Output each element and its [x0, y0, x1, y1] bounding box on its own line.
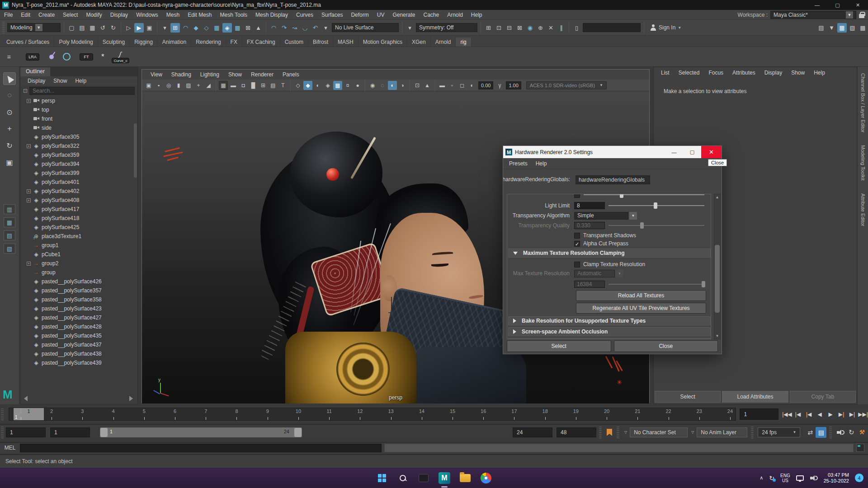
go-to-start-button[interactable]: |◀◀: [782, 409, 792, 420]
drag-handle[interactable]: [1, 408, 4, 420]
file-explorer-icon[interactable]: [458, 471, 472, 485]
outliner-item-pasted__polySurface427[interactable]: ◈pasted__polySurface427: [20, 313, 137, 322]
outliner-scroll-left-icon[interactable]: [24, 396, 28, 401]
dialog-titlebar[interactable]: M Hardware Renderer 2.0 Settings — ▢ ✕: [503, 146, 722, 158]
outliner-item-polySurface408[interactable]: +◈polySurface408: [20, 196, 137, 205]
menu-modify[interactable]: Modify: [82, 10, 106, 20]
outliner-item-polySurface322[interactable]: +◈polySurface322: [20, 141, 137, 150]
snap-grid-icon[interactable]: ⊞: [170, 23, 180, 33]
colorspace-selector[interactable]: ACES 1.0 SDR-video (sRGB)▼: [526, 81, 607, 89]
light-limit-slider[interactable]: [609, 202, 704, 209]
chevron-down-icon[interactable]: ▼: [629, 212, 637, 220]
attr-button-copy-tab[interactable]: Copy Tab: [790, 391, 856, 403]
attr-menu-list[interactable]: List: [656, 70, 674, 76]
range-slider[interactable]: 1 24: [100, 427, 302, 437]
globals-name-field[interactable]: hardwareRenderingGlobals: [576, 175, 650, 184]
menu-deform[interactable]: Deform: [347, 10, 373, 20]
viewport-cursor-icon[interactable]: ▲: [423, 81, 432, 90]
outliner-item-side[interactable]: side: [20, 123, 137, 132]
menu-select[interactable]: Select: [59, 10, 82, 20]
play-forwards-button[interactable]: ▶: [826, 409, 835, 420]
gamma-toggle-icon[interactable]: ◑: [398, 81, 407, 90]
checkered-icon[interactable]: ▩: [333, 81, 342, 90]
search-button[interactable]: [396, 471, 410, 485]
outliner-item-pasted__polySurface437[interactable]: ◈pasted__polySurface437: [20, 340, 137, 349]
light-limit-input[interactable]: 8: [574, 202, 605, 209]
script-editor-icon[interactable]: [856, 444, 864, 452]
time-slider[interactable]: 1 1 123456789101112131415161718192021222…: [9, 408, 736, 421]
dialog-minimize-button[interactable]: —: [665, 146, 683, 158]
viewport-menu-show[interactable]: Show: [224, 71, 246, 78]
gamma-input[interactable]: 1.00: [506, 81, 521, 89]
menu-surfaces[interactable]: Surfaces: [317, 10, 347, 20]
outliner-item-polySurface418[interactable]: ◈polySurface418: [20, 214, 137, 223]
input-operations-icon[interactable]: ◠: [269, 23, 278, 33]
live-surface-selector[interactable]: No Live Surface: [332, 23, 399, 32]
joint-tool-icon[interactable]: [49, 55, 54, 59]
bookmark-icon[interactable]: ▮: [174, 81, 183, 90]
drag-handle[interactable]: [2, 22, 5, 33]
snap-magnet-icon[interactable]: ▩: [233, 23, 242, 33]
shelf-tab-xgen[interactable]: XGen: [407, 38, 431, 47]
alpha-cut-prepass-checkbox[interactable]: ✓: [574, 241, 580, 247]
start-button[interactable]: [375, 471, 389, 485]
shelf-tab-fx-caching[interactable]: FX Caching: [242, 38, 280, 47]
locator-icon[interactable]: *: [101, 52, 104, 61]
drag-handle[interactable]: [617, 427, 619, 438]
outliner-menu-help[interactable]: Help: [71, 78, 90, 84]
animation-end-input[interactable]: 48: [557, 427, 596, 437]
dialog-menu-presets[interactable]: Presets: [505, 160, 532, 167]
shelf-tab-curves-surfaces[interactable]: Curves / Surfaces: [2, 38, 54, 47]
render-settings-icon[interactable]: ⊠: [515, 23, 524, 33]
playblast-icon[interactable]: ▤: [816, 427, 826, 438]
attr-menu-focus[interactable]: Focus: [704, 70, 728, 76]
range-start-handle[interactable]: [100, 428, 108, 437]
move-tool[interactable]: +: [3, 122, 16, 135]
outliner-item-polySurface305[interactable]: ◈polySurface305: [20, 132, 137, 141]
cached-playback-icon[interactable]: ↻: [846, 427, 857, 438]
snap-projected-center-icon[interactable]: ◇: [202, 23, 211, 33]
menu-cache[interactable]: Cache: [419, 10, 443, 20]
shelf-menu-icon[interactable]: ≡: [4, 52, 14, 61]
single-pane-layout[interactable]: ▥: [4, 204, 15, 214]
viewport-camera-icon[interactable]: ▣: [144, 81, 153, 90]
transparent-shadows-checkbox[interactable]: [574, 233, 580, 239]
outliner-item-persp[interactable]: +persp: [20, 96, 137, 105]
step-back-frame-button[interactable]: |◀: [793, 409, 803, 420]
menu-set-selector[interactable]: Modeling▼: [7, 23, 61, 32]
step-back-key-button[interactable]: |◀: [804, 409, 814, 420]
outliner-item-polySurface359[interactable]: ◈polySurface359: [20, 150, 137, 160]
drag-handle[interactable]: [599, 427, 602, 438]
hypershade-icon[interactable]: ◉: [525, 23, 535, 33]
make-live-icon[interactable]: ◈: [222, 23, 232, 33]
expand-icon[interactable]: +: [27, 144, 31, 148]
section-max-texture-resolution[interactable]: Maximum Texture Resolution Clamping: [508, 249, 711, 258]
bookmark-add-icon[interactable]: [607, 429, 612, 436]
lights-icon[interactable]: ¤: [343, 81, 352, 90]
rotate-tool[interactable]: ↻: [3, 139, 16, 152]
shelf-tab-custom[interactable]: Custom: [280, 38, 308, 47]
notification-badge[interactable]: 4: [855, 474, 863, 482]
shelf-tab-mash[interactable]: MASH: [333, 38, 359, 47]
minimize-button[interactable]: —: [807, 0, 827, 10]
panel-tear-icon[interactable]: ▧: [848, 23, 857, 33]
select-hierarchy-icon[interactable]: ▷: [124, 23, 133, 33]
lock-selection-icon[interactable]: ⊠: [243, 23, 253, 33]
drag-handle[interactable]: [829, 427, 832, 438]
mel-command-input[interactable]: [20, 444, 382, 452]
chevron-down-icon[interactable]: ▽: [624, 430, 627, 434]
lasso-tool[interactable]: ◌: [3, 89, 16, 102]
menu-generate[interactable]: Generate: [388, 10, 419, 20]
outliner-item-top[interactable]: top: [20, 105, 137, 114]
attr-menu-selected[interactable]: Selected: [674, 70, 704, 76]
workspace-lock-icon[interactable]: [859, 14, 864, 18]
outliner-item-group2[interactable]: +→group2: [20, 259, 137, 268]
field-chart-icon[interactable]: ⊞: [259, 81, 268, 90]
outliner-item-pasted__polySurface357[interactable]: ◈pasted__polySurface357: [20, 286, 137, 295]
redo-icon[interactable]: ↻: [108, 23, 118, 33]
oriented-camera-icon[interactable]: ◢: [204, 81, 213, 90]
shelf-tab-rig[interactable]: rig: [456, 38, 471, 47]
shelf-item-curve[interactable]: ∫ Curve_c: [112, 50, 130, 63]
outliner-item-polySurface399[interactable]: ◈polySurface399: [20, 169, 137, 178]
snap-curve-icon[interactable]: ◠: [181, 23, 190, 33]
